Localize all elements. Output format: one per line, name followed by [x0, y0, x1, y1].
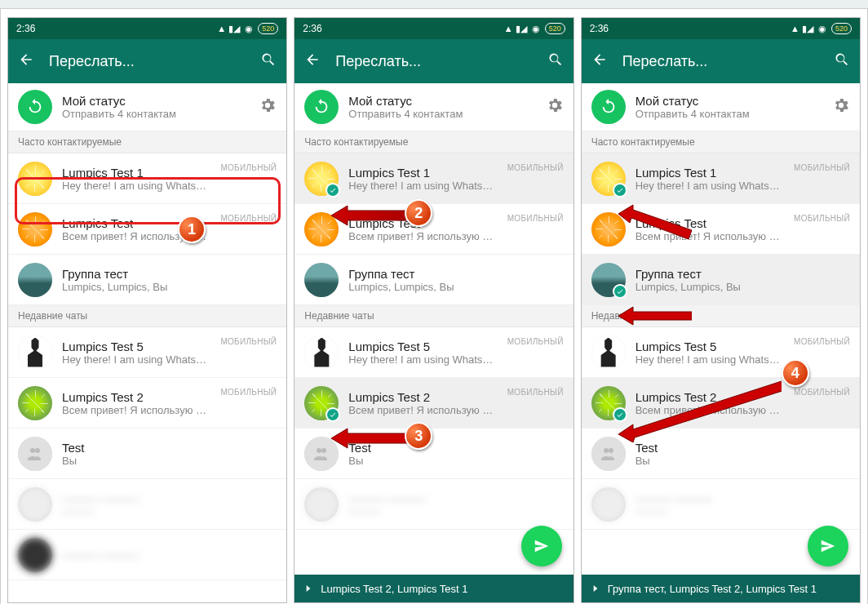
avatar: [591, 212, 626, 246]
contact-lumpics-test-2[interactable]: Lumpics Test 2 Всем привет! Я использую …: [294, 378, 573, 429]
gear-icon[interactable]: [259, 96, 277, 118]
svg-point-2: [317, 448, 321, 453]
contact-lumpics-test[interactable]: Lumpics Test Всем привет! Я использую Wh…: [8, 204, 286, 255]
my-status-row[interactable]: Мой статус Отправить 4 контактам: [8, 83, 286, 131]
contact-name: Lumpics Test: [62, 216, 210, 230]
back-icon[interactable]: [304, 51, 321, 72]
section-frequent: Часто контактируемые: [294, 131, 573, 153]
my-status-title: Мой статус: [348, 94, 535, 108]
appbar-title: Переслать...: [622, 53, 819, 70]
contact-test-group[interactable]: Test Вы: [582, 429, 860, 479]
status-time: 2:36: [16, 23, 35, 34]
phone-panel-3: 2:36 ▲ ▮◢ ◉ 520 Переслать... Мой статус …: [581, 17, 861, 603]
contact-name: Lumpics Test: [348, 216, 497, 230]
avatar: [18, 386, 52, 420]
search-icon[interactable]: [260, 51, 277, 72]
battery-icon: 520: [258, 23, 278, 34]
mobile-tag: МОБИЛЬНЫЙ: [220, 163, 277, 172]
status-bar: 2:36 ▲ ▮◢ ◉ 520: [582, 18, 860, 39]
contact-blurred-1[interactable]: ——— ——————: [582, 479, 860, 530]
gear-icon[interactable]: [832, 96, 850, 118]
mobile-tag: МОБИЛЬНЫЙ: [794, 163, 850, 172]
mobile-tag: МОБИЛЬНЫЙ: [794, 214, 850, 223]
appbar-title: Переслать...: [49, 53, 246, 70]
contact-lumpics-test-2[interactable]: Lumpics Test 2 Всем привет! Я использую …: [582, 378, 860, 429]
battery-icon: 520: [831, 23, 852, 34]
my-status-subtitle: Отправить 4 контактам: [348, 108, 535, 120]
search-icon[interactable]: [834, 51, 850, 72]
avatar: [304, 437, 339, 471]
contact-sub: Hey there! I am using WhatsApp.: [636, 180, 784, 192]
my-status-row[interactable]: Мой статус Отправить 4 контактам: [294, 83, 573, 131]
send-fab[interactable]: [808, 526, 848, 566]
contact-blurred-2[interactable]: ——— ———: [8, 530, 286, 580]
contact-sub: Lumpics, Lumpics, Вы: [348, 281, 563, 293]
contact-sub: Lumpics, Lumpics, Вы: [62, 281, 277, 293]
selection-bar: Lumpics Test 2, Lumpics Test 1: [294, 575, 573, 602]
mobile-tag: МОБИЛЬНЫЙ: [220, 388, 277, 397]
contact-name: Test: [62, 441, 277, 455]
contact-name: Lumpics Test 1: [348, 166, 497, 180]
contact-lumpics-test-1[interactable]: Lumpics Test 1 Hey there! I am using Wha…: [8, 153, 286, 204]
avatar: [18, 263, 52, 297]
avatar: [304, 487, 339, 522]
wifi-icon: ◉: [532, 24, 540, 34]
avatar: [304, 335, 339, 370]
contact-name: Lumpics Test 1: [636, 166, 784, 180]
contact-name: Lumpics Test 2: [348, 390, 497, 404]
status-bar: 2:36 ▲ ▮◢ ◉ 520: [8, 18, 286, 39]
contact-group-test[interactable]: Группа тест Lumpics, Lumpics, Вы: [8, 255, 286, 305]
contact-blurred-1[interactable]: ——— ——————: [294, 479, 573, 530]
section-recent: Недавние чаты: [582, 305, 860, 327]
contact-test-group[interactable]: Test Вы: [294, 429, 573, 479]
status-time: 2:36: [303, 23, 321, 34]
avatar: [591, 263, 626, 297]
contact-name: Группа тест: [348, 267, 563, 281]
svg-point-7: [609, 448, 613, 453]
contact-lumpics-test[interactable]: Lumpics Test Всем привет! Я использую Wh…: [582, 204, 860, 255]
send-fab[interactable]: [521, 526, 562, 566]
contact-lumpics-test-1[interactable]: Lumpics Test 1 Hey there! I am using Wha…: [582, 153, 860, 204]
contact-sub: Hey there! I am using WhatsApp.: [348, 180, 497, 192]
avatar: [304, 263, 339, 297]
contact-sub: Hey there! I am using WhatsApp.: [348, 353, 497, 366]
avatar: [304, 162, 339, 196]
contact-name: Группа тест: [636, 267, 850, 281]
back-icon[interactable]: [591, 51, 608, 72]
status-time: 2:36: [590, 23, 609, 34]
status-icons: ▲ ▮◢ ◉ 520: [790, 23, 852, 34]
contact-group-test[interactable]: Группа тест Lumpics, Lumpics, Вы: [582, 255, 860, 305]
search-icon[interactable]: [547, 51, 564, 72]
contact-lumpics-test-5[interactable]: Lumpics Test 5 Hey there! I am using Wha…: [294, 327, 573, 378]
contact-name: Test: [348, 441, 563, 455]
my-status-row[interactable]: Мой статус Отправить 4 контактам: [582, 83, 860, 131]
selection-text: Группа тест, Lumpics Test 2, Lumpics Tes…: [608, 583, 817, 595]
back-icon[interactable]: [18, 51, 34, 72]
svg-point-3: [321, 448, 326, 453]
app-bar: Переслать...: [294, 39, 573, 83]
check-icon: [613, 183, 627, 198]
avatar: [591, 487, 626, 522]
contact-lumpics-test-2[interactable]: Lumpics Test 2 Всем привет! Я использую …: [8, 378, 286, 429]
mobile-tag: МОБИЛЬНЫЙ: [507, 214, 564, 223]
contact-sub: Вы: [62, 455, 277, 467]
contact-name: Lumpics Test 5: [62, 340, 210, 353]
avatar: [18, 538, 52, 572]
contact-lumpics-test-1[interactable]: Lumpics Test 1 Hey there! I am using Wha…: [294, 153, 573, 204]
contact-lumpics-test[interactable]: Lumpics Test Всем привет! Я использую Wh…: [294, 204, 573, 255]
contact-lumpics-test-5[interactable]: Lumpics Test 5 Hey there! I am using Wha…: [582, 327, 860, 378]
my-status-title: Мой статус: [636, 94, 822, 108]
status-bar: 2:36 ▲ ▮◢ ◉ 520: [294, 18, 573, 39]
phone-panel-2: 2:36 ▲ ▮◢ ◉ 520 Переслать... Мой статус …: [294, 17, 574, 603]
section-recent: Недавние чаты: [8, 305, 286, 327]
contact-name: ——— ———: [636, 491, 850, 505]
contact-blurred-1[interactable]: ——— ——————: [8, 479, 286, 530]
mobile-tag: МОБИЛЬНЫЙ: [220, 337, 277, 346]
contact-test-group[interactable]: Test Вы: [8, 429, 286, 479]
gear-icon[interactable]: [546, 96, 564, 118]
signal-icon: ▲ ▮◢: [790, 24, 813, 34]
contact-name: ——— ———: [348, 491, 563, 505]
contact-group-test[interactable]: Группа тест Lumpics, Lumpics, Вы: [294, 255, 573, 305]
avatar: [18, 162, 52, 196]
contact-lumpics-test-5[interactable]: Lumpics Test 5 Hey there! I am using Wha…: [8, 327, 286, 378]
